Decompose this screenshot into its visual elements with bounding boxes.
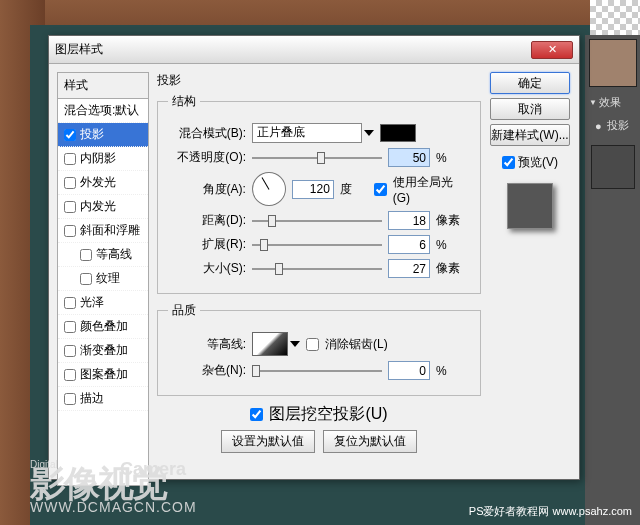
blend-mode-select[interactable]: 正片叠底: [252, 123, 362, 143]
style-checkbox[interactable]: [64, 177, 76, 189]
close-button[interactable]: ✕: [531, 41, 573, 59]
watermark-right: PS爱好者教程网 www.psahz.com: [469, 504, 632, 519]
quality-fieldset: 品质 等高线: 消除锯齿(L) 杂色(N): %: [157, 302, 481, 396]
style-item-8[interactable]: 光泽: [58, 291, 148, 315]
layer-style-dialog: 图层样式 ✕ 样式 混合选项:默认投影内阴影外发光内发光斜面和浮雕等高线纹理光泽…: [48, 35, 580, 480]
preview-checkbox-label[interactable]: 预览(V): [502, 154, 558, 171]
style-item-0[interactable]: 混合选项:默认: [58, 99, 148, 123]
structure-fieldset: 结构 混合模式(B): 正片叠底 不透明度(O): % 角度(A):: [157, 93, 481, 294]
style-item-1[interactable]: 投影: [58, 123, 148, 147]
distance-slider[interactable]: [252, 212, 382, 230]
style-item-10[interactable]: 渐变叠加: [58, 339, 148, 363]
style-item-9[interactable]: 颜色叠加: [58, 315, 148, 339]
noise-input[interactable]: [388, 361, 430, 380]
ok-button[interactable]: 确定: [490, 72, 570, 94]
opacity-slider[interactable]: [252, 149, 382, 167]
shadow-color-swatch[interactable]: [380, 124, 416, 142]
contour-picker[interactable]: [252, 332, 288, 356]
spread-input[interactable]: [388, 235, 430, 254]
styles-list: 混合选项:默认投影内阴影外发光内发光斜面和浮雕等高线纹理光泽颜色叠加渐变叠加图案…: [57, 98, 149, 486]
style-checkbox[interactable]: [64, 321, 76, 333]
style-item-7[interactable]: 纹理: [58, 267, 148, 291]
style-item-3[interactable]: 外发光: [58, 171, 148, 195]
reset-default-button[interactable]: 复位为默认值: [323, 430, 417, 453]
spread-slider[interactable]: [252, 236, 382, 254]
opacity-input[interactable]: [388, 148, 430, 167]
angle-input[interactable]: [292, 180, 334, 199]
style-item-2[interactable]: 内阴影: [58, 147, 148, 171]
effects-row[interactable]: ▼效果: [585, 91, 640, 114]
style-item-4[interactable]: 内发光: [58, 195, 148, 219]
angle-dial[interactable]: [252, 172, 286, 206]
style-checkbox[interactable]: [64, 297, 76, 309]
style-checkbox[interactable]: [64, 225, 76, 237]
watermark: Digital 影像视觉 Camera WWW.DCMAGCN.COM: [30, 456, 197, 515]
dialog-title: 图层样式: [55, 41, 531, 58]
preview-swatch-panel: [591, 145, 635, 189]
distance-input[interactable]: [388, 211, 430, 230]
titlebar[interactable]: 图层样式 ✕: [49, 36, 579, 64]
layers-panel: ▼效果 ● 投影: [585, 35, 640, 525]
style-checkbox[interactable]: [64, 345, 76, 357]
new-style-button[interactable]: 新建样式(W)...: [490, 124, 570, 146]
style-item-6[interactable]: 等高线: [58, 243, 148, 267]
panel-title: 投影: [157, 72, 481, 89]
cancel-button[interactable]: 取消: [490, 98, 570, 120]
style-item-5[interactable]: 斜面和浮雕: [58, 219, 148, 243]
styles-header: 样式: [57, 72, 149, 98]
antialias-checkbox[interactable]: [306, 338, 319, 351]
set-default-button[interactable]: 设置为默认值: [221, 430, 315, 453]
global-light-checkbox[interactable]: [374, 183, 387, 196]
knockout-checkbox[interactable]: [250, 408, 263, 421]
preview-swatch: [507, 183, 553, 229]
noise-slider[interactable]: [252, 362, 382, 380]
style-checkbox[interactable]: [80, 249, 92, 261]
dropdown-icon[interactable]: [290, 341, 300, 347]
style-checkbox[interactable]: [64, 129, 76, 141]
dropdown-icon[interactable]: [364, 130, 374, 136]
style-checkbox[interactable]: [64, 369, 76, 381]
style-item-12[interactable]: 描边: [58, 387, 148, 411]
size-input[interactable]: [388, 259, 430, 278]
style-checkbox[interactable]: [64, 201, 76, 213]
preview-checkbox[interactable]: [502, 156, 515, 169]
style-item-11[interactable]: 图案叠加: [58, 363, 148, 387]
effect-item[interactable]: ● 投影: [585, 114, 640, 137]
style-checkbox[interactable]: [80, 273, 92, 285]
layer-thumbnail[interactable]: [589, 39, 637, 87]
style-checkbox[interactable]: [64, 393, 76, 405]
size-slider[interactable]: [252, 260, 382, 278]
style-checkbox[interactable]: [64, 153, 76, 165]
